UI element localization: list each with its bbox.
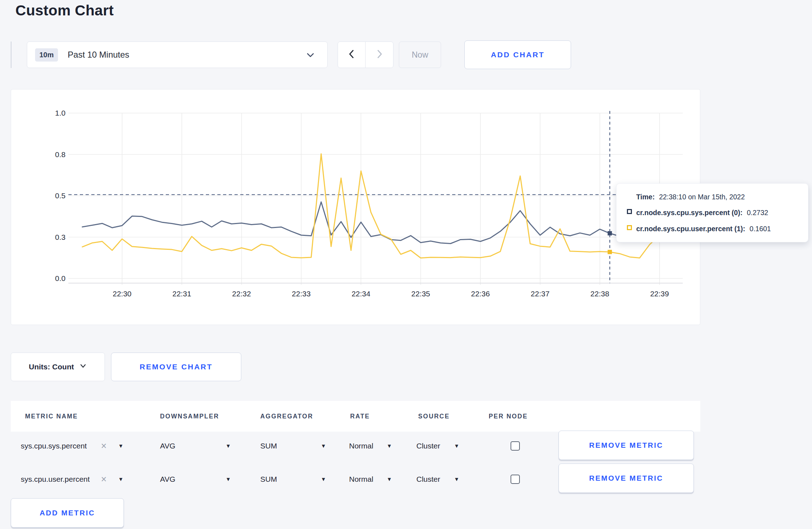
caret-down-icon[interactable]: ▼ <box>321 431 326 461</box>
remove-metric-button[interactable]: REMOVE METRIC <box>559 464 694 493</box>
per-node-checkbox[interactable] <box>511 475 520 484</box>
chevron-left-icon <box>347 49 356 60</box>
remove-metric-button[interactable]: REMOVE METRIC <box>559 431 694 460</box>
tooltip-time-label: Time: <box>636 193 655 201</box>
svg-text:22:34: 22:34 <box>352 290 371 298</box>
time-prev-button[interactable] <box>338 42 366 68</box>
rate-select[interactable]: Normal <box>349 464 373 495</box>
units-dropdown[interactable]: Units: Count <box>11 353 105 381</box>
col-downsampler: DOWNSAMPLER <box>160 401 219 432</box>
caret-down-icon[interactable]: ▼ <box>454 431 459 461</box>
time-next-button[interactable] <box>366 42 393 68</box>
time-range-dropdown[interactable]: 10m Past 10 Minutes <box>27 42 328 68</box>
aggregator-select[interactable]: SUM <box>260 431 277 461</box>
downsampler-select[interactable]: AVG <box>160 431 175 461</box>
chart-tooltip: Time:22:38:10 on Mar 15th, 2022 cr.node.… <box>616 183 808 242</box>
tooltip-sys-row: cr.node.sys.cpu.sys.percent (0):0.2732 <box>636 209 768 217</box>
metric-name-select[interactable]: sys.cpu.user.percent <box>21 464 90 495</box>
svg-text:0.0: 0.0 <box>55 274 66 282</box>
page-title: Custom Chart <box>15 2 114 19</box>
col-source: SOURCE <box>418 401 450 432</box>
metrics-table-header: METRIC NAME DOWNSAMPLER AGGREGATOR RATE … <box>11 401 700 432</box>
svg-text:0.5: 0.5 <box>55 191 66 200</box>
custom-chart-page: Custom Chart 10m Past 10 Minutes Now ADD… <box>0 0 812 529</box>
svg-text:22:37: 22:37 <box>531 290 550 298</box>
svg-text:22:31: 22:31 <box>173 290 192 298</box>
tooltip-user-name: cr.node.sys.cpu.user.percent (1): <box>636 225 745 233</box>
svg-text:22:32: 22:32 <box>232 290 251 298</box>
chevron-down-icon <box>79 363 87 371</box>
chevron-right-icon <box>375 49 384 60</box>
downsampler-select[interactable]: AVG <box>160 464 175 495</box>
metric-name-select[interactable]: sys.cpu.sys.percent <box>21 431 87 461</box>
cpu-usage-chart[interactable]: 0.00.30.50.81.022:3022:3122:3222:3322:34… <box>11 89 700 325</box>
col-metric-name: METRIC NAME <box>25 401 78 432</box>
svg-text:0.3: 0.3 <box>55 233 66 241</box>
col-rate: RATE <box>350 401 370 432</box>
tooltip-sys-value: 0.2732 <box>747 209 768 217</box>
time-nav-group <box>338 42 393 68</box>
caret-down-icon[interactable]: ▼ <box>226 464 231 495</box>
caret-down-icon[interactable]: ▼ <box>226 431 231 461</box>
caret-down-icon[interactable]: ▼ <box>321 464 326 495</box>
caret-down-icon[interactable]: ▼ <box>387 431 392 461</box>
col-aggregator: AGGREGATOR <box>260 401 313 432</box>
tooltip-time-value: 22:38:10 on Mar 15th, 2022 <box>659 193 745 201</box>
chart-card: 0.00.30.50.81.022:3022:3122:3222:3322:34… <box>11 89 700 325</box>
svg-text:22:33: 22:33 <box>292 290 311 298</box>
time-range-label: Past 10 Minutes <box>68 50 129 60</box>
svg-text:22:30: 22:30 <box>113 290 132 298</box>
now-button[interactable]: Now <box>399 42 441 68</box>
units-label: Units: Count <box>29 363 74 371</box>
add-metric-button[interactable]: ADD METRIC <box>11 498 124 528</box>
aggregator-select[interactable]: SUM <box>260 464 277 495</box>
caret-down-icon[interactable]: ▼ <box>118 431 124 461</box>
rate-select[interactable]: Normal <box>349 431 373 461</box>
svg-text:22:39: 22:39 <box>650 290 669 298</box>
user-series-swatch-icon <box>627 225 632 230</box>
tooltip-user-value: 0.1601 <box>750 225 771 233</box>
col-per-node: PER NODE <box>489 401 528 432</box>
source-select[interactable]: Cluster <box>416 464 440 495</box>
svg-text:22:35: 22:35 <box>411 290 430 298</box>
sys-series-swatch-icon <box>627 209 632 214</box>
toolbar-divider <box>11 42 11 68</box>
svg-text:1.0: 1.0 <box>55 109 66 117</box>
time-range-badge: 10m <box>35 48 58 62</box>
caret-down-icon[interactable]: ▼ <box>118 464 124 495</box>
tooltip-sys-name: cr.node.sys.cpu.sys.percent (0): <box>636 209 743 217</box>
chevron-down-icon <box>306 51 315 60</box>
clear-metric-icon[interactable]: × <box>101 431 107 461</box>
source-select[interactable]: Cluster <box>416 431 440 461</box>
tooltip-time-row: Time:22:38:10 on Mar 15th, 2022 <box>636 193 745 201</box>
tooltip-user-row: cr.node.sys.cpu.user.percent (1):0.1601 <box>636 225 771 233</box>
caret-down-icon[interactable]: ▼ <box>454 464 459 495</box>
svg-text:22:38: 22:38 <box>590 290 609 298</box>
clear-metric-icon[interactable]: × <box>101 464 107 495</box>
svg-text:0.8: 0.8 <box>55 150 66 159</box>
caret-down-icon[interactable]: ▼ <box>387 464 392 495</box>
add-chart-button[interactable]: ADD CHART <box>464 40 571 69</box>
per-node-checkbox[interactable] <box>511 441 520 451</box>
remove-chart-button[interactable]: REMOVE CHART <box>111 353 241 381</box>
svg-text:22:36: 22:36 <box>471 290 490 298</box>
